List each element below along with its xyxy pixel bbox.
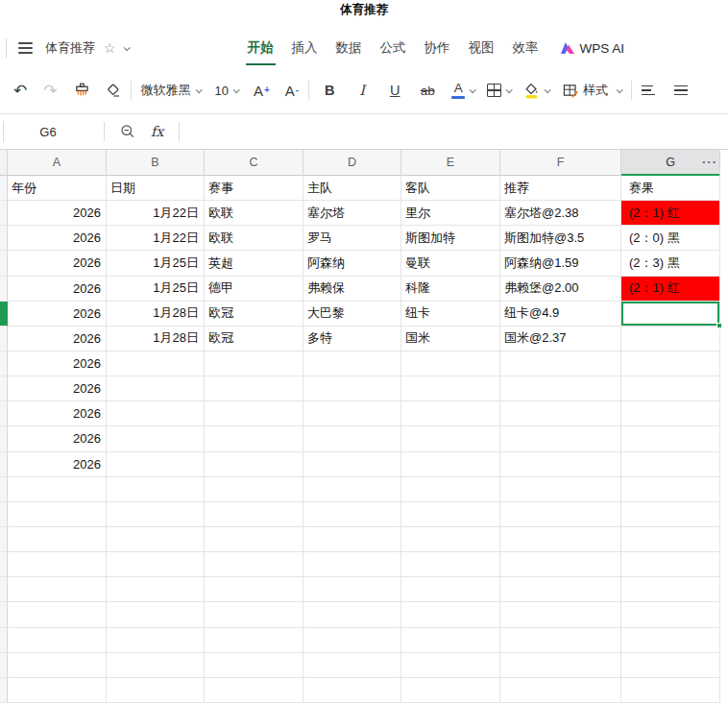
cell-E6[interactable]: 纽卡 (401, 302, 500, 327)
cell-A7[interactable]: 2026 (8, 327, 107, 352)
row-header-13[interactable] (0, 477, 8, 502)
cell-A20[interactable] (8, 653, 107, 678)
cell-C8[interactable] (205, 352, 303, 376)
cell-G2[interactable]: (2：1) 红 (621, 201, 720, 226)
cell-F17[interactable] (500, 577, 621, 602)
cell-D9[interactable] (303, 376, 401, 401)
cell-E5[interactable]: 科隆 (401, 277, 500, 302)
cell-F4[interactable]: 阿森纳@1.59 (500, 251, 621, 276)
column-header-D[interactable]: D (303, 150, 401, 176)
cell-F21[interactable] (500, 678, 621, 703)
cell-A5[interactable]: 2026 (8, 277, 107, 302)
font-size-select[interactable]: 10 (215, 84, 238, 98)
cell-F13[interactable] (500, 477, 621, 502)
increase-font-button[interactable]: A+ (254, 83, 270, 99)
cell-A8[interactable]: 2026 (8, 352, 107, 376)
name-box[interactable]: G6 (0, 125, 96, 139)
align-right-button[interactable] (674, 85, 688, 96)
cell-D5[interactable]: 弗赖保 (303, 277, 401, 302)
cell-E12[interactable] (401, 452, 500, 477)
cell-G4[interactable]: (2：3) 黑 (621, 251, 720, 276)
document-name[interactable]: 体育推荐 (45, 39, 95, 57)
chevron-down-icon[interactable] (506, 86, 513, 93)
cell-C20[interactable] (205, 653, 303, 678)
row-header-11[interactable] (0, 426, 8, 451)
tab-data[interactable]: 数据 (336, 39, 362, 57)
row-header-20[interactable] (0, 653, 8, 678)
cell-C16[interactable] (205, 552, 303, 577)
cell-B3[interactable]: 1月22日 (107, 226, 205, 251)
cell-A17[interactable] (8, 577, 107, 602)
cell-A21[interactable] (8, 678, 107, 703)
row-header-21[interactable] (0, 678, 8, 703)
cell-C7[interactable]: 欧冠 (205, 327, 303, 352)
row-header-5[interactable] (0, 277, 8, 302)
chevron-down-icon[interactable] (123, 44, 130, 51)
cell-G8[interactable] (621, 352, 720, 376)
cell-A15[interactable] (8, 527, 107, 552)
menu-icon[interactable] (18, 42, 33, 53)
cell-D10[interactable] (303, 401, 401, 426)
row-header-15[interactable] (0, 527, 8, 552)
row-header-16[interactable] (0, 552, 8, 577)
fill-handle[interactable] (716, 323, 722, 328)
cell-C4[interactable]: 英超 (205, 251, 303, 276)
chevron-down-icon[interactable] (470, 86, 476, 93)
cell-A3[interactable]: 2026 (8, 226, 107, 251)
cell-A12[interactable]: 2026 (8, 452, 107, 477)
row-header-8[interactable] (0, 352, 8, 376)
cell-E18[interactable] (401, 602, 500, 627)
cell-E14[interactable] (401, 502, 500, 527)
cell-E3[interactable]: 斯图加特 (401, 226, 500, 251)
cell-C21[interactable] (205, 678, 303, 703)
cell-G7[interactable] (621, 327, 720, 352)
row-header-17[interactable] (0, 577, 8, 602)
row-header-18[interactable] (0, 602, 8, 627)
cell-G14[interactable] (621, 502, 720, 527)
cell-G19[interactable] (621, 628, 720, 653)
cell-F9[interactable] (500, 376, 621, 401)
cell-A14[interactable] (8, 502, 107, 527)
cell-C15[interactable] (205, 527, 303, 552)
cell-D1[interactable]: 主队 (303, 176, 401, 201)
cell-F6[interactable]: 纽卡@4.9 (500, 302, 621, 327)
cell-E4[interactable]: 曼联 (401, 251, 500, 276)
cell-A19[interactable] (8, 628, 107, 653)
cell-D6[interactable]: 大巴黎 (303, 302, 401, 327)
undo-button[interactable]: ↶ (13, 83, 27, 99)
cell-B20[interactable] (107, 653, 205, 678)
cell-A16[interactable] (8, 552, 107, 577)
cell-G5[interactable]: (2：1) 红 (621, 277, 720, 302)
cell-G15[interactable] (621, 527, 720, 552)
cell-B16[interactable] (107, 552, 205, 577)
cell-D17[interactable] (303, 577, 401, 602)
tab-formula[interactable]: 公式 (380, 39, 406, 57)
cell-G18[interactable] (621, 602, 720, 627)
cell-C12[interactable] (205, 452, 303, 477)
more-columns-icon[interactable]: ··· (702, 155, 717, 169)
column-header-A[interactable]: A (8, 150, 107, 176)
zoom-out-icon[interactable] (120, 124, 135, 139)
tab-collaboration[interactable]: 协作 (425, 39, 450, 57)
corner-header[interactable] (0, 150, 8, 176)
cell-D14[interactable] (303, 502, 401, 527)
cell-D4[interactable]: 阿森纳 (303, 251, 401, 276)
row-header-12[interactable] (0, 452, 8, 477)
cell-G6[interactable] (621, 302, 720, 327)
cell-F2[interactable]: 塞尔塔@2.38 (500, 201, 621, 226)
wps-ai-button[interactable]: WPS AI (560, 41, 625, 56)
cell-C14[interactable] (205, 502, 303, 527)
cell-E15[interactable] (401, 527, 500, 552)
column-header-F[interactable]: F (500, 150, 621, 176)
cell-F5[interactable]: 弗赖堡@2.00 (500, 277, 621, 302)
cell-B17[interactable] (107, 577, 205, 602)
cell-B4[interactable]: 1月25日 (107, 251, 205, 276)
chevron-down-icon[interactable] (545, 86, 551, 93)
cell-E8[interactable] (401, 352, 500, 376)
bold-button[interactable]: B (321, 83, 338, 98)
fill-color-button[interactable] (523, 83, 540, 99)
row-header-10[interactable] (0, 401, 8, 426)
cell-A4[interactable]: 2026 (8, 251, 107, 276)
cell-F19[interactable] (500, 628, 621, 653)
cell-C17[interactable] (205, 577, 303, 602)
